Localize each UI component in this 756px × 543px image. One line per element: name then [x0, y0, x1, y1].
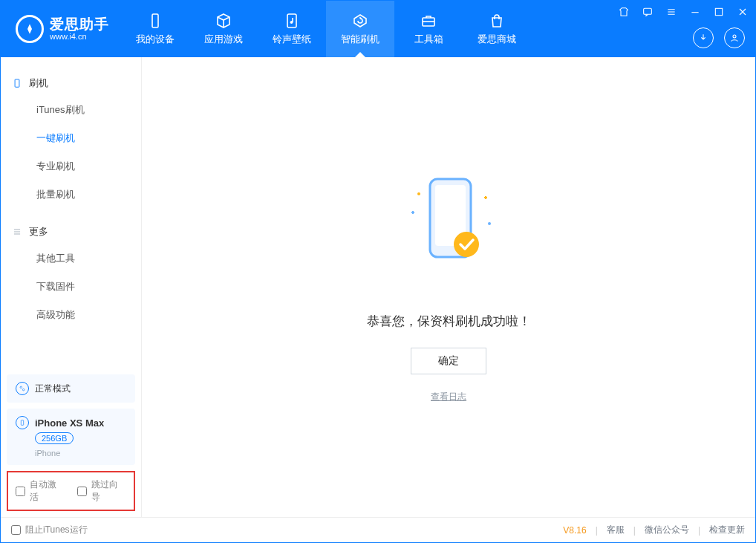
nav-tabs: 我的设备 应用游戏 铃声壁纸 智能刷机 工具箱 [121, 1, 531, 57]
footer-support[interactable]: 客服 [607, 524, 625, 536]
mode-label: 正常模式 [35, 383, 71, 395]
header-bar: 爱思助手 www.i4.cn 我的设备 应用游戏 铃声壁纸 [1, 1, 755, 57]
tab-shop[interactable]: 爱思商城 [463, 1, 531, 57]
checkbox-block-itunes[interactable]: 阻止iTunes运行 [11, 524, 88, 536]
tab-label: 爱思商城 [478, 33, 516, 46]
cube-icon [215, 12, 232, 30]
success-message: 恭喜您，保资料刷机成功啦！ [367, 313, 531, 330]
list-icon [11, 226, 23, 238]
tab-ringtone[interactable]: 铃声壁纸 [258, 1, 326, 57]
checkbox-skip-guide[interactable]: 跳过向导 [77, 478, 127, 504]
mode-icon [16, 382, 29, 395]
tab-label: 我的设备 [136, 33, 175, 46]
skin-icon[interactable] [617, 5, 630, 19]
footer-update[interactable]: 检查更新 [709, 524, 745, 536]
svg-point-2 [290, 22, 293, 24]
download-icon[interactable] [693, 27, 714, 48]
svg-rect-1 [287, 14, 296, 27]
menu-icon[interactable] [665, 5, 678, 19]
device-name: iPhone XS Max [35, 417, 104, 429]
footer-wechat[interactable]: 微信公众号 [645, 524, 689, 536]
logo-area: 爱思助手 www.i4.cn [1, 1, 121, 57]
svg-rect-7 [15, 79, 19, 88]
footer-bar: 阻止iTunes运行 V8.16 | 客服 | 微信公众号 | 检查更新 [1, 517, 755, 542]
tab-flash[interactable]: 智能刷机 [326, 1, 394, 57]
svg-rect-4 [644, 8, 652, 14]
sidebar-group-flash: 刷机 [1, 71, 141, 96]
svg-point-14 [417, 192, 420, 195]
view-log-link[interactable]: 查看日志 [431, 391, 466, 403]
app-subtitle: www.i4.cn [50, 32, 109, 41]
mode-card[interactable]: 正常模式 [7, 374, 135, 403]
svg-rect-0 [152, 14, 158, 27]
group-title: 刷机 [29, 77, 48, 90]
tab-label: 智能刷机 [341, 33, 379, 46]
sidebar-item-itunes-flash[interactable]: iTunes刷机 [1, 96, 141, 124]
phone-icon [11, 77, 23, 89]
version-label: V8.16 [563, 525, 586, 536]
device-card[interactable]: iPhone XS Max 256GB iPhone [7, 409, 135, 465]
minimize-icon[interactable] [688, 5, 702, 19]
header-right-icons [693, 27, 745, 48]
tab-apps[interactable]: 应用游戏 [189, 1, 258, 57]
tab-label: 工具箱 [414, 33, 443, 46]
tab-label: 应用游戏 [204, 33, 243, 46]
svg-point-15 [488, 222, 491, 225]
main-content: 恭喜您，保资料刷机成功啦！ 确定 查看日志 [142, 57, 755, 517]
shop-icon [488, 12, 506, 30]
device-icon [146, 12, 164, 30]
svg-point-13 [454, 232, 479, 257]
window-controls [617, 5, 749, 19]
svg-point-6 [733, 35, 736, 38]
success-illustration [389, 172, 508, 283]
close-icon[interactable] [736, 5, 749, 19]
sidebar-item-oneclick-flash[interactable]: 一键刷机 [1, 124, 141, 152]
toolbox-icon [420, 12, 437, 30]
checkbox-auto-activate[interactable]: 自动激活 [16, 478, 65, 504]
tab-device[interactable]: 我的设备 [121, 1, 189, 57]
device-type: iPhone [35, 449, 126, 458]
device-small-icon [16, 416, 29, 429]
app-logo-icon [16, 15, 44, 43]
tab-label: 铃声壁纸 [273, 33, 311, 46]
sidebar-group-more: 更多 [1, 219, 141, 244]
sidebar: 刷机 iTunes刷机 一键刷机 专业刷机 批量刷机 更多 其他工具 下载固件 … [1, 57, 142, 517]
app-title: 爱思助手 [50, 17, 109, 33]
refresh-icon [351, 12, 369, 30]
group-title: 更多 [29, 225, 48, 238]
sidebar-item-batch-flash[interactable]: 批量刷机 [1, 181, 141, 209]
ok-button[interactable]: 确定 [411, 348, 486, 374]
sidebar-item-other-tools[interactable]: 其他工具 [1, 244, 141, 273]
sidebar-item-download-firmware[interactable]: 下载固件 [1, 273, 141, 301]
svg-point-8 [20, 386, 22, 388]
sidebar-item-pro-flash[interactable]: 专业刷机 [1, 152, 141, 181]
sidebar-item-advanced[interactable]: 高级功能 [1, 301, 141, 329]
tab-toolbox[interactable]: 工具箱 [394, 1, 463, 57]
svg-rect-5 [715, 8, 722, 15]
svg-point-9 [22, 388, 25, 391]
maximize-icon[interactable] [712, 5, 726, 19]
highlighted-options: 自动激活 跳过向导 [7, 471, 135, 511]
svg-rect-10 [21, 420, 23, 426]
device-capacity: 256GB [35, 432, 74, 444]
music-icon [283, 12, 301, 30]
feedback-icon[interactable] [641, 5, 654, 19]
user-icon[interactable] [724, 27, 745, 48]
